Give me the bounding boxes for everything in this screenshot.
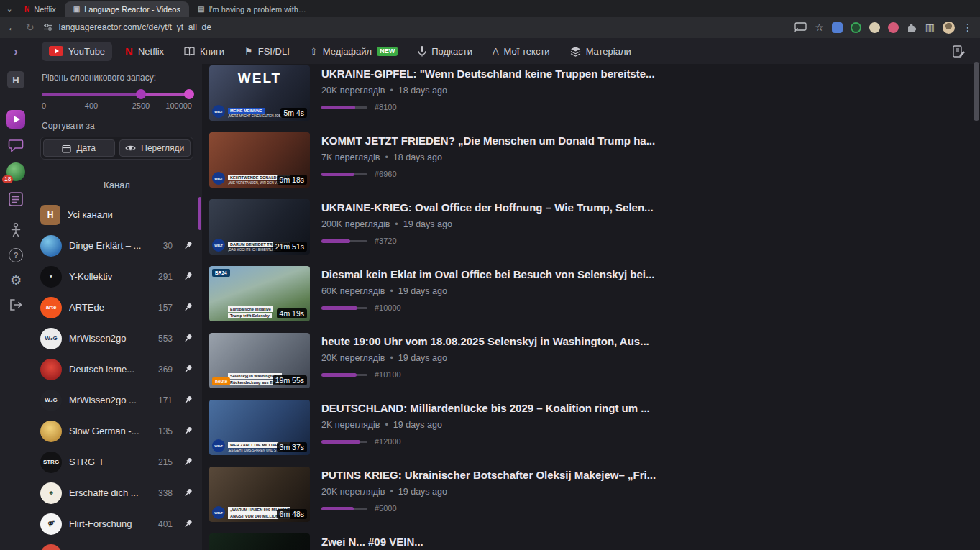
site-settings-icon[interactable]: [43, 23, 53, 32]
cast-icon[interactable]: [794, 22, 807, 32]
video-thumbnail[interactable]: DARUM BENEIDET TRUMP KANZLER MERZ – „DAS…: [209, 199, 310, 255]
extensions-puzzle-icon[interactable]: [907, 22, 917, 33]
pin-icon[interactable]: [183, 302, 193, 313]
video-thumbnail[interactable]: Selenskyj in Washington – Rückendeckung …: [209, 333, 310, 388]
video-thumbnail[interactable]: KEHRTWENDE DONALD TRUMP? „WIE VERSTANDEN…: [209, 132, 310, 188]
difficulty-bar-fill: [321, 173, 354, 176]
channel-item[interactable]: ♣ Erschaffe dich ... 338: [32, 477, 202, 508]
video-thumbnail[interactable]: WER ZAHLT DIE MILLIARDENLÜCKE? „ES GEHT …: [209, 400, 310, 455]
back-icon[interactable]: ←: [7, 22, 17, 32]
pin-icon[interactable]: [183, 333, 193, 344]
chat-icon[interactable]: [8, 139, 24, 152]
channel-count: 135: [158, 426, 173, 436]
video-title[interactable]: UKRAINE-KRIEG: Oval Office der Hoffnung …: [321, 201, 654, 214]
all-channels-item[interactable]: H Усі канали: [32, 199, 202, 230]
notes-icon[interactable]: [952, 45, 970, 58]
feed-icon[interactable]: [8, 191, 24, 207]
thumbnail-headline: WELT: [209, 70, 310, 86]
video-row[interactable]: WER ZAHLT DIE MILLIARDENLÜCKE? „ES GEHT …: [209, 400, 980, 455]
h-tile-icon[interactable]: H: [7, 71, 24, 88]
extension-beige-icon[interactable]: [869, 22, 880, 33]
channel-avatar: ⚤: [40, 513, 62, 535]
browser-tab[interactable]: N Netflix: [16, 1, 65, 17]
channel-item[interactable]: Y Y-Kollektiv 291: [32, 261, 202, 292]
pin-icon[interactable]: [183, 240, 193, 251]
extension-pink-icon[interactable]: [888, 22, 899, 33]
slider-handle-max[interactable]: [184, 89, 194, 99]
video-title[interactable]: Zwei N... #09 VEIN...: [321, 536, 423, 548]
channel-item[interactable]: Deutsch lerne... 369: [32, 354, 202, 385]
channel-avatar: Y: [40, 266, 62, 288]
netflix-icon: N: [125, 45, 133, 58]
channel-item[interactable]: ⚤ Flirt-Forschung 401: [32, 508, 202, 539]
video-row[interactable]: WELT MEINE MEINUNG „MERZ MACHT EINEN GUT…: [209, 65, 980, 121]
sort-by-date-button[interactable]: Дата: [43, 139, 115, 157]
video-row[interactable]: DARUM BENEIDET TRUMP KANZLER MERZ – „DAS…: [209, 199, 980, 255]
video-date: 19 days ago: [393, 420, 442, 430]
video-thumbnail[interactable]: „WARUM HABEN 500 MILLIONEN EUROPÄER ANGS…: [209, 467, 310, 522]
user-avatar[interactable]: 18: [6, 162, 25, 181]
settings-icon[interactable]: ⚙: [10, 272, 22, 288]
tab-fsi-dli[interactable]: ⚑ FSI/DLI: [237, 42, 297, 61]
video-title[interactable]: DEUTSCHLAND: Milliardenlücke bis 2029 – …: [321, 402, 650, 414]
pin-icon[interactable]: [183, 457, 193, 467]
channel-item[interactable]: W₂G MrWissen2go ... 171: [32, 385, 202, 416]
tab-mediafile[interactable]: ⇧ Медіафайл NEW: [303, 42, 405, 61]
side-panel-icon[interactable]: ▥: [925, 22, 935, 32]
difficulty-bar-fill: [321, 106, 355, 109]
tab-youtube[interactable]: YouTube: [42, 42, 112, 61]
logout-icon[interactable]: [9, 298, 23, 311]
slider-handle-min[interactable]: [136, 89, 146, 99]
video-title[interactable]: PUTINS KRIEG: Ukrainischer Botschafter O…: [321, 469, 656, 481]
video-row[interactable]: KEHRTWENDE DONALD TRUMP? „WIE VERSTANDEN…: [209, 132, 980, 188]
channel-item[interactable]: arte ARTEde 157: [32, 292, 202, 323]
pin-icon[interactable]: [183, 518, 193, 529]
tab-materials[interactable]: Матеріали: [563, 42, 638, 61]
player-icon[interactable]: [6, 110, 25, 129]
channel-item[interactable]: W₂G MrWissen2go 553: [32, 323, 202, 354]
difficulty-bar-track: [321, 307, 367, 309]
video-row[interactable]: „WARUM HABEN 500 MILLIONEN EUROPÄER ANGS…: [209, 467, 980, 522]
pin-icon[interactable]: [183, 426, 193, 436]
tab-books[interactable]: Книги: [177, 42, 232, 61]
video-row[interactable]: Europäische Initiative Trump trifft Sele…: [209, 266, 980, 321]
reload-icon[interactable]: ↻: [26, 22, 35, 32]
browser-profile-avatar[interactable]: [943, 22, 955, 34]
video-title[interactable]: Diesmal kein Eklat im Oval Office bei Be…: [321, 268, 655, 280]
extension-green-icon[interactable]: [851, 22, 861, 33]
pin-icon[interactable]: [183, 364, 193, 375]
pin-icon[interactable]: [183, 271, 193, 282]
video-title[interactable]: heute 19:00 Uhr vom 18.08.2025 Selenskyj…: [321, 335, 649, 347]
video-title[interactable]: UKRAINE-GIPFEL: "Wenn Deutschland keine …: [321, 68, 655, 80]
address-bar[interactable]: languagereactor.com/c/de/yt/t_yt_all_de: [59, 22, 211, 32]
tab-my-texts[interactable]: A Мої тексти: [485, 42, 557, 61]
person-icon[interactable]: [10, 223, 22, 238]
browser-tab[interactable]: ▣ Language Reactor - Videos: [65, 1, 189, 17]
sort-by-views-button[interactable]: Перегляди: [119, 139, 191, 157]
video-row[interactable]: Selenskyj in Washington – Rückendeckung …: [209, 333, 980, 388]
tab-netflix[interactable]: N Netflix: [118, 41, 171, 62]
browser-menu-icon[interactable]: ⋮: [963, 22, 973, 32]
channel-scrollbar[interactable]: [198, 197, 201, 230]
video-row[interactable]: Zwei N... #09 VEIN...: [209, 533, 980, 550]
pin-icon[interactable]: [183, 395, 193, 405]
vocab-range-slider[interactable]: [42, 88, 192, 100]
browser-tab[interactable]: ▤ I'm having a problem with load: [189, 1, 315, 17]
channel-item[interactable]: s schoolseasy 300: [32, 539, 202, 550]
pin-icon[interactable]: [183, 487, 193, 498]
extension-blue-icon[interactable]: [832, 22, 843, 33]
video-thumbnail[interactable]: WELT MEINE MEINUNG „MERZ MACHT EINEN GUT…: [209, 65, 310, 121]
channel-item[interactable]: Dinge Erklärt – ... 30: [32, 230, 202, 261]
tab-search-icon[interactable]: ⌄: [3, 4, 16, 17]
channel-item[interactable]: Slow German -... 135: [32, 416, 202, 446]
help-icon[interactable]: ?: [9, 248, 23, 262]
sidebar-expand-icon[interactable]: ›: [14, 45, 18, 58]
tab-podcasts[interactable]: Подкасти: [411, 41, 480, 61]
page-scrollbar[interactable]: [974, 62, 979, 121]
video-thumbnail[interactable]: [209, 533, 310, 550]
bookmark-star-icon[interactable]: ☆: [815, 22, 824, 32]
channel-item[interactable]: STRG STRG_F 215: [32, 446, 202, 477]
video-title[interactable]: KOMMT JETZT FRIEDEN? „Die Menschen um Do…: [321, 134, 655, 147]
channel-name: MrWissen2go ...: [69, 395, 151, 405]
video-thumbnail[interactable]: Europäische Initiative Trump trifft Sele…: [209, 266, 310, 321]
